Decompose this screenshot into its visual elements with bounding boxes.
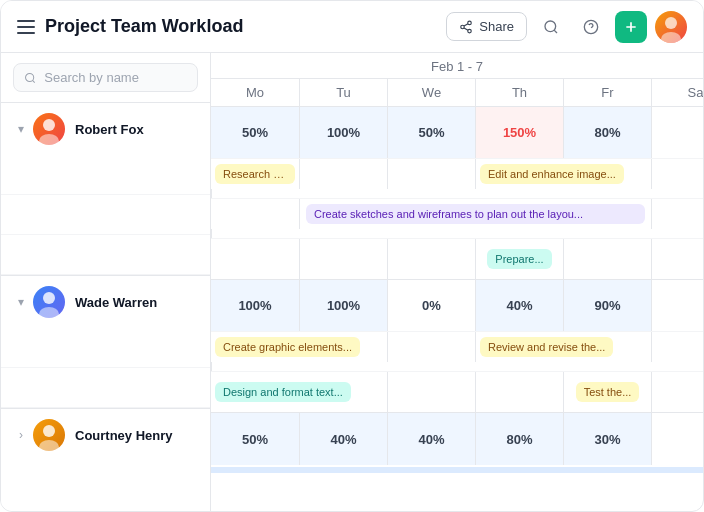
person-name-wade: Wade Warren [75, 295, 157, 310]
help-button[interactable] [575, 11, 607, 43]
header-right: Share [446, 11, 687, 43]
task-fr-w1 [651, 332, 703, 362]
task-row-robert-grid-1: Research target audienc... Edit and enha… [211, 159, 703, 199]
task-empty-we-w2 [387, 372, 475, 412]
workload-courtney-fr: 30% [563, 413, 651, 465]
header: Project Team Workload Share [1, 1, 703, 53]
sidebar-section-robert: ▾ Robert Fox [1, 103, 210, 276]
courtney-accent-bar [211, 467, 703, 473]
task-empty-fr-r3 [563, 239, 651, 279]
workload-courtney-sa [651, 413, 703, 465]
help-icon [583, 19, 599, 35]
svg-point-11 [661, 32, 681, 43]
task-row-robert-2 [1, 195, 210, 235]
task-cell-review: Review and revise the... [475, 332, 651, 362]
workload-robert-th: 150% [475, 107, 563, 158]
avatar-img-wade [33, 286, 65, 318]
grid-section-courtney: 50% 40% 40% 80% 30% [211, 413, 703, 473]
workload-wade-tu: 100% [299, 280, 387, 331]
task-review[interactable]: Review and revise the... [480, 337, 613, 357]
svg-line-4 [464, 23, 468, 25]
workload-courtney-mo: 50% [211, 413, 299, 465]
task-row-robert-3 [1, 235, 210, 275]
workload-wade-sa [651, 280, 703, 331]
header-left: Project Team Workload [17, 16, 243, 37]
task-sa-w2 [651, 372, 703, 412]
search-icon [543, 19, 559, 35]
chevron-wade[interactable]: ▾ [13, 294, 29, 310]
person-name-robert: Robert Fox [75, 122, 144, 137]
col-header-mo: Mo [211, 79, 299, 106]
task-test[interactable]: Test the... [576, 382, 640, 402]
svg-point-18 [39, 440, 59, 451]
task-cell-test: Test the... [563, 372, 651, 412]
task-cell-prepare: Prepare... [475, 239, 563, 279]
grid-section-wade: 100% 100% 0% 40% 90% Create graphic elem… [211, 280, 703, 413]
grid-area: Feb 1 - 7 Mo Tu We Th Fr Sa 50% 100% 50%… [211, 53, 703, 511]
svg-point-12 [26, 73, 34, 81]
workload-wade-fr: 90% [563, 280, 651, 331]
task-row-wade-grid-2: Design and format text... Test the... [211, 372, 703, 412]
task-fr-r2 [651, 199, 703, 229]
search-input-wrap [13, 63, 198, 92]
task-empty-tu-r3 [299, 239, 387, 279]
avatar-img-courtney [33, 419, 65, 451]
menu-icon[interactable] [17, 20, 35, 34]
chevron-robert[interactable]: ▾ [13, 121, 29, 137]
chevron-courtney[interactable]: › [13, 427, 29, 443]
column-headers: Mo Tu We Th Fr Sa [211, 79, 703, 107]
add-button[interactable] [615, 11, 647, 43]
task-cell-fr-r1 [651, 159, 703, 189]
avatar-wade [33, 286, 65, 318]
share-icon [459, 20, 473, 34]
col-header-tu: Tu [299, 79, 387, 106]
sidebar: ▾ Robert Fox ▾ Wade Warr [1, 53, 211, 511]
col-header-sa: Sa [651, 79, 703, 106]
search-button[interactable] [535, 11, 567, 43]
task-edit[interactable]: Edit and enhance image... [480, 164, 624, 184]
task-empty-we-r3 [387, 239, 475, 279]
sidebar-section-courtney: › Courtney Henry [1, 409, 210, 461]
workload-robert-tu: 100% [299, 107, 387, 158]
task-row-wade-1 [1, 328, 210, 368]
svg-point-14 [39, 134, 59, 145]
task-research[interactable]: Research target audienc... [215, 164, 295, 184]
user-avatar[interactable] [655, 11, 687, 43]
task-row-robert-1 [1, 155, 210, 195]
person-row-robert: ▾ Robert Fox [1, 103, 210, 155]
col-header-th: Th [475, 79, 563, 106]
page-title: Project Team Workload [45, 16, 243, 37]
svg-point-17 [43, 425, 55, 437]
workload-robert-we: 50% [387, 107, 475, 158]
svg-point-13 [43, 119, 55, 131]
col-header-we: We [387, 79, 475, 106]
task-row-robert-grid-2: Create sketches and wireframes to plan o… [211, 199, 703, 239]
task-sketches[interactable]: Create sketches and wireframes to plan o… [306, 204, 645, 224]
task-cell-research: Research target audienc... [211, 159, 299, 189]
task-cell-graphic: Create graphic elements... [211, 332, 387, 362]
search-box [1, 53, 210, 103]
task-sa-w1 [211, 362, 299, 372]
workload-courtney-we: 40% [387, 413, 475, 465]
workload-robert-mo: 50% [211, 107, 299, 158]
task-cell-sa-r1 [211, 189, 299, 199]
workload-courtney-tu: 40% [299, 413, 387, 465]
task-sa-r2 [211, 229, 299, 239]
svg-point-16 [39, 307, 59, 318]
avatar-img-robert [33, 113, 65, 145]
person-row-courtney: › Courtney Henry [1, 409, 210, 461]
share-button[interactable]: Share [446, 12, 527, 41]
avatar-robert [33, 113, 65, 145]
workload-robert-sa [651, 107, 703, 158]
avatar-courtney [33, 419, 65, 451]
task-empty-we-w1 [387, 332, 475, 362]
date-range-header: Feb 1 - 7 [211, 53, 703, 79]
svg-point-0 [468, 21, 472, 25]
search-input[interactable] [44, 70, 187, 85]
task-row-wade-2 [1, 368, 210, 408]
task-design[interactable]: Design and format text... [215, 382, 351, 402]
task-prepare[interactable]: Prepare... [487, 249, 551, 269]
svg-point-2 [468, 29, 472, 33]
grid-workload-wade: 100% 100% 0% 40% 90% [211, 280, 703, 332]
task-graphic[interactable]: Create graphic elements... [215, 337, 360, 357]
